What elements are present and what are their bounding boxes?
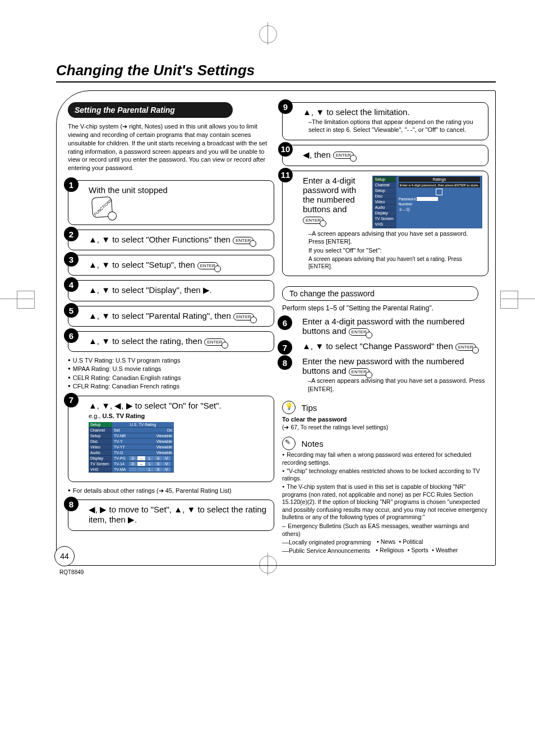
- step-number-icon: 10: [278, 142, 293, 157]
- tips-text: (➔ 67, To reset the ratings level settin…: [282, 424, 388, 430]
- change-step-8: 8 Enter the new password with the number…: [282, 356, 488, 393]
- step-text: ▲, ▼ to select "Parental Rating", then: [89, 311, 231, 320]
- step-text: ◀, ▶ to move to "Set", ▲, ▼ to select th…: [89, 505, 266, 524]
- list-item: The V-chip system that is used in this s…: [282, 483, 488, 521]
- osd-cell: VHS: [89, 467, 112, 473]
- step-text: Enter a 4-digit password with the number…: [302, 317, 464, 336]
- tips-bold: To clear the password: [282, 416, 347, 423]
- left-column: Setting the Parental Rating The V-chip s…: [68, 102, 274, 555]
- step-4: 4 ▲, ▼ to select "Display", then ▶.: [68, 280, 274, 301]
- enter-button-icon: ENTER: [349, 368, 370, 375]
- step-7: 7 ▲, ▼, ◀, ▶ to select "On" for "Set". e…: [68, 396, 274, 482]
- step-2: 2 ▲, ▼ to select "Other Functions" then …: [68, 230, 274, 250]
- tips-section: Tips To clear the password (➔ 67, To res…: [282, 401, 488, 431]
- osd-rating-table: Setup U.S. TV Rating ChannelSetOn SetupT…: [89, 422, 174, 473]
- step-number-icon: 7: [278, 340, 292, 355]
- step-text: ▲, ▼ to select "Display", then ▶.: [89, 285, 212, 295]
- step-subtext: If you select "Off" for "Set":: [303, 246, 482, 254]
- enter-button-icon: ENTER: [349, 328, 370, 336]
- change-step-6: 6 Enter a 4-digit password with the numb…: [282, 317, 488, 336]
- step-text: With the unit stopped: [89, 185, 168, 195]
- osd-cell: TV Screen: [89, 461, 112, 467]
- footer-code: RQT8849: [59, 569, 496, 575]
- step-text: ▲, ▼ to select "Other Functions" then: [89, 235, 230, 244]
- details-bullet: For details about other ratings (➔ 45, P…: [68, 487, 274, 495]
- enter-button-icon: ENTER: [303, 217, 324, 224]
- step-number-icon: 11: [278, 168, 293, 182]
- enter-button-icon: ENTER: [333, 152, 354, 159]
- step-number-icon: 2: [64, 227, 79, 241]
- step-number-icon: 5: [64, 303, 79, 318]
- step-number-icon: 4: [64, 277, 79, 292]
- enter-button-icon: ENTER: [204, 338, 225, 346]
- list-item: U.S TV Rating: U.S TV program ratings: [68, 356, 274, 365]
- osd-cell: Setup: [89, 422, 112, 428]
- list-item: CFLR Rating: Canadian French ratings: [68, 382, 274, 391]
- step-text: Enter the new password with the numbered…: [302, 356, 464, 375]
- step-text: ◀, then: [303, 150, 331, 159]
- change-password-header: To change the password: [282, 286, 478, 301]
- enter-button-icon: ENTER: [455, 343, 476, 351]
- notes-icon: [282, 437, 296, 450]
- osd-cell: Setup: [89, 433, 112, 439]
- list-item: MPAA Rating: U.S movie ratings: [68, 365, 274, 373]
- step-number-icon: 7: [64, 393, 79, 407]
- step-number-icon: 8: [278, 355, 292, 370]
- step-subtext: –The limitation options that appear depe…: [303, 118, 482, 134]
- osd-cell: Video: [89, 445, 112, 450]
- step-text: ▲, ▼, ◀, ▶ to select "On" for "Set".: [89, 401, 222, 410]
- step-text: ▲, ▼ to select "Change Password" then: [302, 341, 453, 351]
- step-9: 9 ▲, ▼ to select the limitation. –The li…: [282, 102, 488, 140]
- step-10: 10 ◀, then ENTER: [282, 145, 488, 166]
- list-item: Recording may fail when a wrong password…: [282, 451, 488, 466]
- list-item: "V-chip" technology enables restricted s…: [282, 468, 488, 483]
- intro-text: The V-chip system (➔ right, Notes) used …: [68, 122, 274, 172]
- right-column: 9 ▲, ▼ to select the limitation. –The li…: [282, 102, 488, 555]
- notes-header: Notes: [301, 439, 323, 448]
- step-number-icon: 1: [64, 177, 79, 192]
- step-text: Enter a 4-digit password with the number…: [303, 176, 356, 214]
- functions-button-icon: FUNCTIONS: [91, 196, 113, 218]
- osd-cell: Display: [89, 456, 112, 461]
- osd-password-screen: Setup Channel Setup Disc Video Audio Dis…: [372, 176, 482, 228]
- list-item: For details about other ratings (➔ 45, P…: [68, 487, 274, 495]
- step-number-icon: 6: [64, 328, 79, 343]
- ratings-bullet-list: U.S TV Rating: U.S TV program ratings MP…: [68, 356, 274, 391]
- step-number-icon: 3: [64, 252, 79, 267]
- change-step-7: 7 ▲, ▼ to select "Change Password" then …: [282, 341, 488, 351]
- tips-header: Tips: [301, 403, 317, 413]
- page-title: Changing the Unit's Settings: [56, 62, 496, 83]
- enter-button-icon: ENTER: [197, 262, 218, 269]
- step-subtext: A screen appears advising that you haven…: [303, 255, 482, 270]
- step-text: ▲, ▼ to select the rating, then: [89, 336, 202, 346]
- step-number-icon: 6: [278, 315, 292, 330]
- section-header: Setting the Parental Rating: [68, 102, 233, 118]
- step-6: 6 ▲, ▼ to select the rating, then ENTER: [68, 331, 274, 352]
- tips-icon: [282, 401, 296, 414]
- step-text: ▲, ▼ to select the limitation.: [303, 107, 410, 117]
- page-number: 44: [54, 546, 75, 566]
- page: Changing the Unit's Settings Setting the…: [0, 0, 535, 598]
- osd-cell: U.S. TV Rating: [112, 422, 174, 428]
- osd-cell: Disc: [89, 439, 112, 445]
- osd-cell: Channel: [89, 428, 112, 433]
- step-text: ▲, ▼ to select "Setup", then: [89, 260, 195, 269]
- step-subtext: –A screen appears advising that you have…: [303, 230, 482, 246]
- osd-cell: Audio: [89, 450, 112, 456]
- step-8: 8 ◀, ▶ to move to "Set", ▲, ▼ to select …: [68, 500, 274, 531]
- step-5: 5 ▲, ▼ to select "Parental Rating", then…: [68, 306, 274, 327]
- enter-button-icon: ENTER: [233, 237, 253, 244]
- list-item: CELR Rating: Canadian English ratings: [68, 374, 274, 382]
- step-1: 1 With the unit stopped FUNCTIONS: [68, 180, 274, 225]
- lock-icon: [436, 189, 442, 195]
- step-3: 3 ▲, ▼ to select "Setup", then ENTER: [68, 255, 274, 276]
- notes-section: Notes Recording may fail when a wrong pa…: [282, 437, 488, 555]
- change-password-intro: Perform steps 1–5 of "Setting the Parent…: [282, 304, 488, 312]
- step-number-icon: 8: [64, 497, 79, 511]
- step-example: e.g., U.S. TV Rating: [89, 412, 268, 420]
- list-item: Emergency Bulletins (Such as EAS message…: [282, 522, 488, 538]
- step-subtext: –A screen appears advising that you have…: [302, 377, 488, 393]
- step-11: 11 Setup Channel Setup Disc Video Audio …: [282, 171, 488, 277]
- content-frame: Setting the Parental Rating The V-chip s…: [56, 90, 496, 566]
- step-number-icon: 9: [278, 99, 293, 114]
